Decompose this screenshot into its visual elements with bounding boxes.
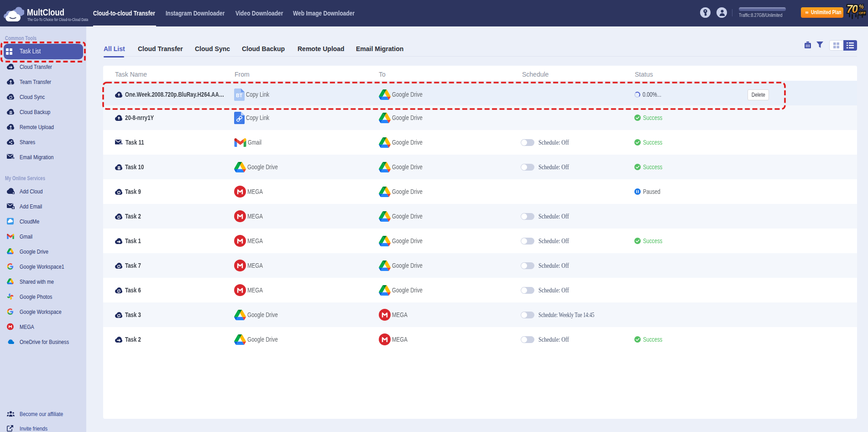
svg-text:BT: BT (236, 93, 243, 98)
